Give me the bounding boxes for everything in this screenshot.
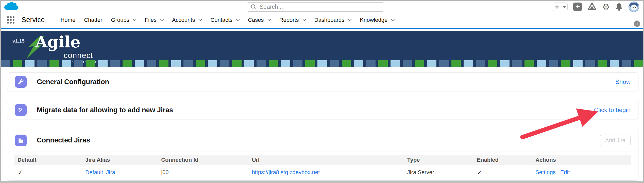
app-navigation-bar: Service HomeChatterGroupsFilesAccountsCo… [1, 12, 643, 29]
jira-url-link[interactable]: https://jira8.stg.zdevbox.net [249, 165, 404, 180]
stripe-square [451, 60, 461, 67]
stripe-square [123, 60, 132, 67]
stripe-square [74, 60, 83, 67]
jira-table: DefaultJira AliasConnection IdUrlTypeEna… [14, 155, 631, 180]
click-to-begin-link[interactable]: Click to begin [594, 106, 631, 114]
notifications-bell-icon[interactable] [615, 3, 623, 11]
stripe-square [293, 60, 302, 67]
general-configuration-card: General Configuration Show [7, 72, 638, 91]
favorites-dropdown-icon[interactable] [561, 3, 567, 11]
table-row: ✓Default_Jiraj00https://jira8.stg.zdevbo… [14, 165, 631, 180]
search-icon [251, 4, 257, 10]
stripe-square [427, 60, 436, 67]
nav-item-label: Reports [279, 17, 299, 23]
add-icon[interactable]: + [573, 3, 582, 11]
chevron-down-icon[interactable] [302, 17, 306, 21]
nav-item-files[interactable]: Files [145, 17, 163, 23]
nav-item-dashboards[interactable]: Dashboards [314, 17, 351, 23]
stripe-square [183, 60, 193, 67]
app-launcher-icon[interactable] [7, 16, 14, 24]
header-actions: + ⚙ [553, 2, 639, 12]
column-header: Default [14, 155, 82, 165]
nav-item-cases[interactable]: Cases [248, 17, 270, 23]
stripe-square [244, 60, 254, 67]
chevron-down-icon[interactable] [160, 17, 164, 21]
banner-stripe [1, 60, 643, 67]
column-header: Jira Alias [82, 155, 158, 165]
stripe-square [196, 60, 205, 67]
search-input[interactable] [260, 4, 384, 10]
stripe-square [281, 60, 290, 67]
stripe-square [378, 60, 388, 67]
stripe-square [232, 60, 242, 67]
nav-item-accounts[interactable]: Accounts [172, 17, 202, 23]
nav-item-label: Groups [111, 17, 129, 23]
stripe-square [257, 60, 266, 67]
stripe-square [1, 60, 10, 67]
wrench-icon [15, 76, 27, 88]
type-cell: Jira Server [404, 165, 474, 180]
actions-cell: SettingsEdit [532, 165, 631, 180]
nav-item-reports[interactable]: Reports [279, 17, 306, 23]
nav-item-label: Contacts [210, 17, 232, 23]
stripe-square [500, 60, 510, 67]
nav-item-label: Dashboards [314, 17, 345, 23]
app-name[interactable]: Service [22, 16, 45, 24]
show-link[interactable]: Show [615, 78, 631, 85]
settings-link[interactable]: Settings [535, 169, 556, 175]
jira-alias-link[interactable]: Default_Jira [82, 165, 158, 180]
stripe-square [366, 60, 376, 67]
guidance-icon[interactable] [587, 2, 597, 11]
user-avatar[interactable] [629, 2, 639, 12]
stripe-square [86, 60, 95, 67]
stripe-square [110, 60, 120, 67]
nav-item-chatter[interactable]: Chatter [84, 17, 102, 23]
favorites-star-icon[interactable] [553, 3, 561, 11]
stripe-square [62, 60, 71, 67]
nav-item-knowledge[interactable]: Knowledge [360, 17, 394, 23]
section-title-general: General Configuration [37, 78, 109, 86]
connection-id-cell: j00 [158, 165, 249, 180]
add-jira-button[interactable]: Add Jira [600, 135, 631, 146]
stripe-square [512, 60, 522, 67]
stripe-square [159, 60, 168, 67]
jira-table-head-row: DefaultJira AliasConnection IdUrlTypeEna… [14, 155, 631, 165]
stripe-square [305, 60, 315, 67]
info-icon[interactable]: i [634, 21, 640, 27]
chevron-down-icon[interactable] [267, 17, 271, 21]
chevron-down-icon[interactable] [391, 17, 395, 21]
column-header: Type [404, 155, 474, 165]
salesforce-logo-icon[interactable] [4, 2, 19, 12]
stripe-square [37, 60, 47, 67]
stripe-square [464, 60, 473, 67]
version-label: v1.15 [12, 38, 25, 44]
column-header: Actions [532, 155, 631, 165]
migrate-arrows-icon [15, 104, 27, 116]
nav-item-groups[interactable]: Groups [111, 17, 136, 23]
nav-item-label: Chatter [84, 17, 102, 23]
favorites-button[interactable] [553, 3, 568, 11]
chevron-down-icon[interactable] [236, 17, 240, 21]
main-content: General Configuration Show Migrate data … [1, 67, 643, 181]
nav-item-label: Home [60, 17, 75, 23]
stripe-square [622, 60, 631, 67]
chevron-down-icon[interactable] [198, 17, 202, 21]
stripe-square [269, 60, 278, 67]
edit-link[interactable]: Edit [560, 169, 570, 175]
chevron-down-icon[interactable] [133, 17, 137, 21]
chevron-down-icon[interactable] [348, 17, 352, 21]
company-buildings-icon [15, 135, 27, 146]
stripe-square [537, 60, 546, 67]
stripe-square [13, 60, 22, 67]
setup-gear-icon[interactable]: ⚙ [602, 3, 610, 11]
nav-item-home[interactable]: Home [60, 17, 75, 23]
jira-table-body: ✓Default_Jiraj00https://jira8.stg.zdevbo… [14, 165, 631, 180]
stripe-square [439, 60, 449, 67]
migrate-data-card: Migrate data for allowing to add new Jir… [7, 101, 638, 119]
stripe-square [317, 60, 327, 67]
stripe-square [98, 60, 108, 67]
stripe-square [330, 60, 339, 67]
stripe-square [391, 60, 400, 67]
nav-item-contacts[interactable]: Contacts [210, 17, 239, 23]
enabled-check-cell: ✓ [474, 165, 532, 180]
